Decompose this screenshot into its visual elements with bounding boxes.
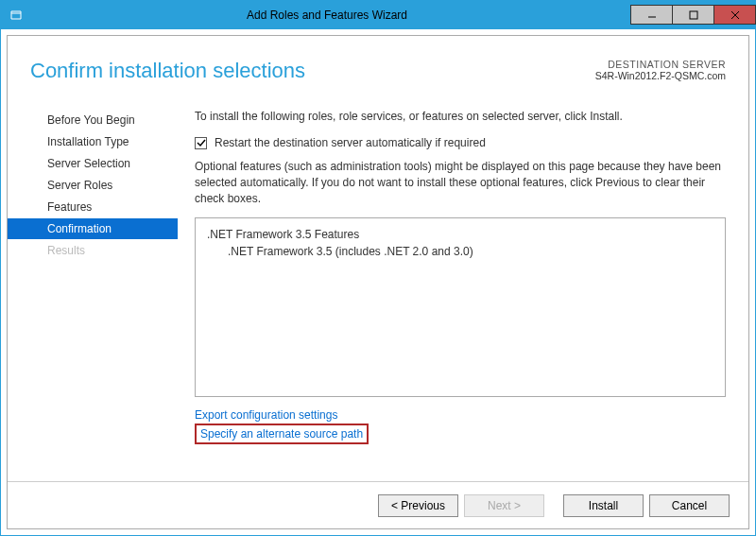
features-list[interactable]: .NET Framework 3.5 Features .NET Framewo… [195,217,726,397]
svg-rect-0 [690,11,697,19]
alternate-source-path-highlight: Specify an alternate source path [195,424,369,444]
destination-label: DESTINATION SERVER [595,59,726,70]
main-content: To install the following roles, role ser… [178,110,748,481]
feature-item: .NET Framework 3.5 (includes .NET 2.0 an… [228,245,713,258]
sidebar-item-before-you-begin[interactable]: Before You Begin [30,110,178,130]
sidebar-item-features[interactable]: Features [30,197,178,217]
window-title: Add Roles and Features Wizard [24,9,630,22]
wizard-footer: < Previous Next > Install Cancel [8,481,748,528]
intro-text: To install the following roles, role ser… [195,110,726,123]
alternate-source-path-link[interactable]: Specify an alternate source path [200,427,363,441]
minimize-button[interactable] [630,5,673,25]
restart-checkbox-label: Restart the destination server automatic… [215,136,486,149]
sidebar-item-installation-type[interactable]: Installation Type [30,131,178,152]
export-config-link[interactable]: Export configuration settings [195,408,726,422]
maximize-button[interactable] [672,5,714,25]
destination-value: S4R-Win2012.F2-QSMC.com [595,70,726,81]
cancel-button[interactable]: Cancel [649,494,730,517]
restart-checkbox[interactable] [195,137,207,149]
optional-features-text: Optional features (such as administratio… [195,159,726,206]
wizard-window: Add Roles and Features Wizard Confirm in… [0,0,756,536]
sidebar-item-server-roles[interactable]: Server Roles [30,175,178,196]
sidebar-item-confirmation[interactable]: Confirmation [8,218,178,239]
titlebar[interactable]: Add Roles and Features Wizard [1,1,755,29]
feature-item: .NET Framework 3.5 Features [207,228,713,241]
next-button: Next > [464,494,544,517]
destination-server-info: DESTINATION SERVER S4R-Win2012.F2-QSMC.c… [595,59,726,83]
sidebar-item-server-selection[interactable]: Server Selection [30,153,178,174]
app-icon [9,8,24,23]
wizard-steps-sidebar: Before You Begin Installation Type Serve… [8,110,178,481]
previous-button[interactable]: < Previous [378,494,458,517]
install-button[interactable]: Install [563,494,644,517]
sidebar-item-results: Results [30,240,178,261]
page-title: Confirm installation selections [30,59,305,83]
close-button[interactable] [713,5,756,25]
window-buttons [630,6,755,25]
